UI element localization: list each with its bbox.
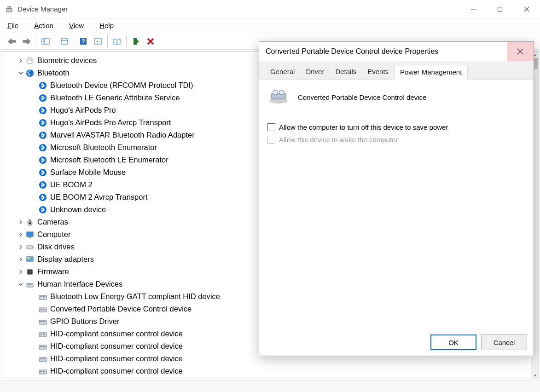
tree-label: Bluetooth Low Energy GATT compliant HID …	[50, 290, 220, 303]
svg-point-27	[39, 119, 46, 127]
update-driver-button[interactable]	[110, 35, 124, 48]
close-button[interactable]	[513, 0, 540, 18]
svg-rect-65	[41, 321, 42, 322]
properties-dialog: Converted Portable Device Control device…	[259, 41, 534, 356]
tree-label: Bluetooth Device (RFCOMM Protocol TDI)	[50, 79, 193, 92]
svg-rect-51	[29, 284, 30, 285]
chevron-right-icon[interactable]	[17, 219, 24, 226]
svg-rect-69	[40, 334, 41, 334]
svg-rect-79	[40, 358, 41, 359]
chevron-right-icon[interactable]	[17, 57, 24, 64]
tree-label: HID-compliant consumer control device	[50, 340, 183, 352]
svg-rect-82	[44, 358, 45, 359]
tree-label: UE BOOM 2 Avrcp Transport	[50, 191, 148, 203]
tab-events[interactable]: Events	[362, 65, 394, 80]
chevron-right-icon[interactable]	[17, 268, 24, 276]
minimize-button[interactable]	[460, 0, 487, 18]
svg-rect-93	[279, 91, 284, 94]
dialog-titlebar: Converted Portable Device Control device…	[259, 42, 534, 61]
help-button[interactable]: ?	[76, 35, 90, 48]
forward-button[interactable]	[20, 35, 34, 48]
tree-label: Marvell AVASTAR Bluetooth Radio Adapter	[50, 129, 195, 141]
back-button[interactable]	[5, 35, 19, 48]
svg-rect-83	[39, 370, 46, 374]
dialog-body: Converted Portable Device Control device…	[259, 80, 534, 329]
tree-label: Hugo's AirPods Pro	[50, 104, 116, 116]
checkbox-power-off[interactable]	[267, 123, 275, 131]
svg-rect-85	[41, 371, 42, 372]
bluetooth-icon	[38, 93, 47, 103]
hid-device-icon	[38, 317, 47, 326]
hid-device-icon	[38, 329, 47, 339]
chevron-right-icon[interactable]	[17, 256, 24, 263]
svg-rect-10	[61, 39, 68, 44]
uninstall-device-button[interactable]	[144, 35, 157, 48]
svg-rect-0	[6, 8, 12, 12]
device-name: Converted Portable Device Control device	[298, 93, 426, 101]
camera-icon	[25, 218, 35, 227]
svg-rect-17	[116, 39, 118, 44]
hid-device-icon	[38, 305, 47, 314]
svg-point-24	[39, 82, 46, 89]
menu-action[interactable]: Action	[30, 20, 57, 31]
enable-device-button[interactable]	[129, 35, 143, 48]
checkbox-wake-label: Allow this device to wake the computer	[279, 136, 398, 144]
scan-for-hardware-changes-button[interactable]	[91, 35, 105, 48]
svg-point-41	[32, 247, 33, 248]
svg-marker-15	[97, 40, 99, 42]
chevron-right-icon[interactable]	[17, 231, 24, 238]
chevron-right-icon[interactable]	[17, 243, 24, 251]
ok-button[interactable]: OK	[430, 334, 476, 350]
checkbox-power-off-label: Allow the computer to turn off this devi…	[279, 123, 448, 131]
svg-rect-75	[41, 346, 42, 347]
tree-label: Converted Portable Device Control device	[50, 303, 192, 315]
svg-rect-62	[44, 309, 45, 310]
chevron-down-icon[interactable]	[17, 281, 24, 288]
show-hide-console-tree-button[interactable]	[39, 35, 52, 48]
tree-device[interactable]: HID-compliant consumer control device	[1, 365, 539, 377]
svg-rect-80	[41, 358, 42, 359]
svg-rect-74	[40, 346, 41, 347]
svg-rect-67	[44, 321, 45, 322]
tab-driver[interactable]: Driver	[300, 65, 330, 80]
chevron-down-icon[interactable]	[17, 69, 24, 77]
tree-label: Display adapters	[37, 253, 94, 265]
bluetooth-icon	[38, 156, 47, 165]
scroll-down-icon[interactable]: ▾	[531, 372, 539, 379]
monitor-icon	[25, 230, 35, 239]
bluetooth-icon	[38, 81, 47, 90]
checkbox-power-off-row[interactable]: Allow the computer to turn off this devi…	[267, 123, 525, 131]
svg-rect-64	[40, 321, 41, 322]
tab-general[interactable]: General	[265, 65, 300, 80]
menu-action-label: ction	[39, 22, 53, 29]
dialog-tabs: General Driver Details Events Power Mana…	[259, 61, 534, 80]
svg-rect-87	[44, 371, 45, 372]
app-icon	[6, 6, 13, 13]
tree-label: Bluetooth	[37, 67, 70, 79]
checkbox-wake	[267, 136, 275, 144]
display-icon	[25, 255, 35, 264]
dialog-close-button[interactable]	[507, 42, 534, 61]
menu-help[interactable]: Help	[96, 20, 117, 31]
tree-label: GPIO Buttons Driver	[50, 315, 119, 328]
properties-button[interactable]	[58, 35, 71, 48]
cancel-button[interactable]: Cancel	[481, 334, 527, 350]
menu-view[interactable]: View	[65, 20, 87, 31]
svg-text:?: ?	[81, 38, 85, 45]
tab-power-management[interactable]: Power Management	[394, 65, 468, 80]
maximize-button[interactable]	[487, 0, 513, 18]
tree-label: Computer	[37, 228, 70, 241]
menu-view-label: iew	[74, 22, 84, 29]
tree-label: Bluetooth LE Generic Attribute Service	[50, 92, 180, 104]
tree-label: Surface Mobile Mouse	[50, 166, 126, 179]
svg-rect-52	[30, 284, 31, 285]
svg-rect-1	[8, 6, 11, 8]
tab-details[interactable]: Details	[330, 65, 362, 80]
bluetooth-icon	[38, 205, 47, 214]
disk-icon	[25, 242, 35, 252]
menu-file[interactable]: File	[4, 20, 22, 31]
svg-rect-77	[44, 346, 45, 347]
svg-rect-92	[273, 91, 278, 94]
svg-rect-38	[27, 232, 33, 236]
svg-rect-70	[41, 334, 42, 334]
